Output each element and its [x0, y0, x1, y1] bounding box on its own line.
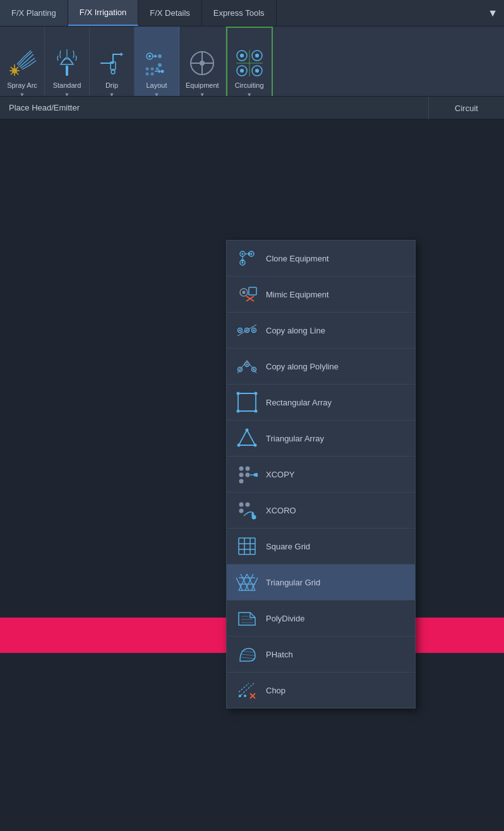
layout-icon [141, 47, 172, 79]
tab-fx-irrigation-label: F/X Irrigation [80, 8, 126, 17]
svg-point-66 [237, 392, 240, 395]
tab-fx-planting-label: F/X Planting [11, 8, 56, 18]
tab-fx-details-label: F/X Details [150, 8, 190, 18]
svg-rect-65 [238, 393, 256, 411]
rectangular-array-label: Rectangular Array [266, 398, 332, 407]
rectangular-array-icon [236, 391, 258, 414]
menu-item-clone-equipment[interactable]: Clone Equipment [227, 241, 415, 277]
triangular-array-icon [236, 427, 258, 450]
copy-along-polyline-icon [236, 355, 258, 378]
svg-marker-70 [239, 430, 255, 445]
svg-point-69 [255, 410, 258, 413]
svg-point-78 [246, 473, 250, 477]
xcoro-label: XCORO [266, 506, 296, 515]
tab-express-tools[interactable]: Express Tools [202, 0, 277, 26]
drip-icon [96, 47, 128, 79]
svg-point-34 [240, 69, 244, 73]
svg-point-76 [239, 479, 244, 484]
ribbon-minimize-button[interactable]: ▼ [481, 0, 504, 26]
svg-point-11 [111, 70, 115, 74]
menu-item-triangular-grid[interactable]: Triangular Grid [227, 565, 415, 601]
mimic-equipment-label: Mimic Equipment [266, 290, 329, 299]
svg-point-14 [148, 55, 151, 57]
svg-point-68 [237, 410, 240, 413]
xcoro-icon [236, 499, 258, 522]
svg-point-18 [146, 68, 149, 71]
menu-item-polydivide[interactable]: PolyDivide [227, 601, 415, 637]
ribbon-tabs: F/X Planting F/X Irrigation F/X Details … [0, 0, 504, 27]
svg-point-74 [239, 467, 244, 471]
svg-point-113 [244, 695, 246, 697]
circuiting-icon [234, 47, 265, 79]
chop-icon [236, 679, 258, 702]
svg-point-20 [156, 68, 159, 71]
polydivide-icon [236, 607, 258, 630]
svg-line-99 [247, 574, 255, 590]
svg-point-81 [239, 503, 244, 507]
svg-line-109 [239, 683, 249, 692]
svg-line-107 [241, 657, 254, 659]
svg-point-16 [158, 63, 162, 67]
svg-point-84 [252, 515, 256, 520]
svg-point-82 [239, 509, 244, 513]
menu-item-rectangular-array[interactable]: Rectangular Array [227, 385, 415, 421]
svg-point-72 [254, 444, 257, 447]
phatch-icon [236, 643, 258, 666]
menu-item-copy-along-line[interactable]: Copy along Line [227, 313, 415, 349]
clone-equipment-icon [236, 247, 258, 270]
triangular-grid-icon [236, 571, 258, 594]
svg-point-80 [255, 473, 258, 477]
svg-line-96 [239, 574, 247, 590]
place-head-bar: Place Head/Emitter Circuit [0, 96, 504, 119]
mimic-equipment-icon [236, 283, 258, 306]
svg-point-15 [158, 54, 162, 58]
tab-fx-details[interactable]: F/X Details [138, 0, 202, 26]
svg-point-24 [161, 70, 164, 73]
menu-item-xcoro[interactable]: XCORO [227, 493, 415, 529]
place-head-label: Place Head/Emitter [9, 103, 80, 112]
menu-item-chop[interactable]: Chop [227, 673, 415, 708]
menu-item-xcopy[interactable]: XCOPY [227, 457, 415, 493]
chop-label: Chop [266, 686, 285, 695]
standard-label: Standard [53, 81, 81, 90]
svg-point-73 [237, 444, 241, 447]
square-grid-icon [236, 535, 258, 558]
standard-icon [51, 47, 83, 79]
svg-point-21 [146, 73, 149, 76]
menu-item-copy-along-polyline[interactable]: Copy along Polyline [227, 349, 415, 385]
svg-point-28 [200, 61, 205, 66]
svg-point-71 [246, 429, 249, 432]
tab-express-tools-label: Express Tools [213, 8, 265, 18]
clone-equipment-label: Clone Equipment [266, 254, 329, 263]
svg-point-62 [246, 364, 248, 366]
svg-line-105 [241, 651, 254, 652]
menu-item-square-grid[interactable]: Square Grid [227, 529, 415, 565]
menu-item-triangular-array[interactable]: Triangular Array [227, 421, 415, 457]
svg-point-67 [255, 392, 258, 395]
copy-along-polyline-label: Copy along Polyline [266, 362, 339, 371]
tab-fx-irrigation[interactable]: F/X Irrigation [68, 0, 138, 26]
copy-along-line-label: Copy along Line [266, 326, 325, 335]
svg-point-83 [246, 503, 250, 507]
layout-label: Layout [146, 81, 167, 90]
tab-fx-planting[interactable]: F/X Planting [0, 0, 68, 26]
main-content: Clone Equipment Mimic Equipment [0, 120, 504, 831]
phatch-label: PHatch [266, 650, 293, 659]
svg-line-100 [241, 574, 249, 590]
svg-line-6 [16, 67, 19, 69]
polydivide-label: PolyDivide [266, 614, 304, 623]
menu-item-phatch[interactable]: PHatch [227, 637, 415, 673]
spray-arc-icon [6, 47, 38, 79]
svg-rect-9 [66, 66, 68, 76]
xcopy-label: XCOPY [266, 470, 295, 479]
svg-point-40 [242, 253, 244, 255]
svg-rect-51 [249, 287, 256, 295]
svg-point-36 [255, 69, 259, 73]
menu-item-mimic-equipment[interactable]: Mimic Equipment [227, 277, 415, 313]
svg-line-8 [16, 73, 19, 75]
svg-point-48 [243, 291, 246, 294]
triangular-grid-label: Triangular Grid [266, 578, 320, 587]
copy-along-line-icon [236, 319, 258, 342]
svg-point-77 [246, 467, 250, 471]
svg-point-22 [151, 73, 154, 76]
